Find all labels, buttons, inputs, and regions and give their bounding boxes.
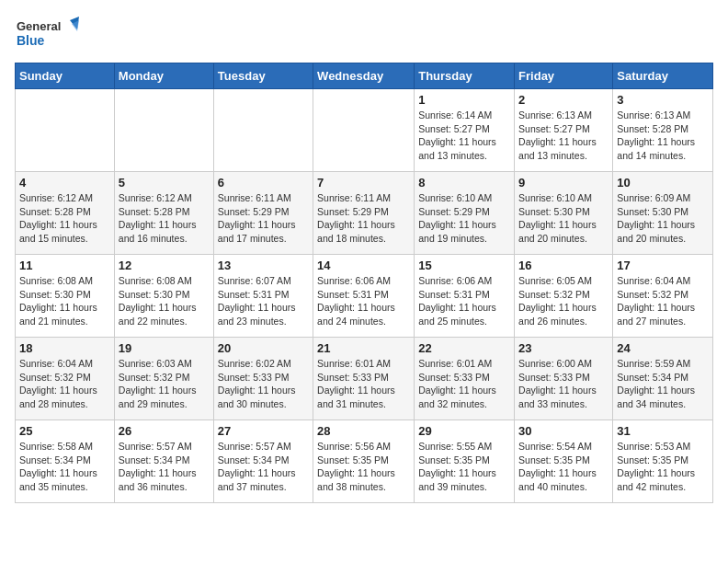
day-info: Sunrise: 6:13 AM Sunset: 5:28 PM Dayligh… <box>617 109 709 163</box>
day-info: Sunrise: 6:01 AM Sunset: 5:33 PM Dayligh… <box>317 357 410 411</box>
calendar-cell: 15Sunrise: 6:06 AM Sunset: 5:31 PM Dayli… <box>415 255 515 338</box>
day-info: Sunrise: 6:02 AM Sunset: 5:33 PM Dayligh… <box>218 357 309 411</box>
calendar-cell <box>114 89 213 172</box>
day-info: Sunrise: 5:57 AM Sunset: 5:34 PM Dayligh… <box>119 440 210 494</box>
calendar-week-row: 1Sunrise: 6:14 AM Sunset: 5:27 PM Daylig… <box>16 89 713 172</box>
calendar-cell: 6Sunrise: 6:11 AM Sunset: 5:29 PM Daylig… <box>213 172 313 255</box>
calendar-cell: 26Sunrise: 5:57 AM Sunset: 5:34 PM Dayli… <box>114 420 213 503</box>
calendar-week-row: 25Sunrise: 5:58 AM Sunset: 5:34 PM Dayli… <box>16 420 713 503</box>
calendar-cell <box>16 89 115 172</box>
day-number: 20 <box>218 341 309 355</box>
svg-text:Blue: Blue <box>17 33 45 48</box>
day-number: 24 <box>617 341 709 355</box>
day-info: Sunrise: 6:01 AM Sunset: 5:33 PM Dayligh… <box>418 357 510 411</box>
day-number: 15 <box>418 259 510 272</box>
day-info: Sunrise: 6:13 AM Sunset: 5:27 PM Dayligh… <box>518 109 609 163</box>
day-info: Sunrise: 5:55 AM Sunset: 5:35 PM Dayligh… <box>418 440 510 494</box>
day-number: 11 <box>19 259 110 272</box>
calendar-cell: 23Sunrise: 6:00 AM Sunset: 5:33 PM Dayli… <box>515 338 613 420</box>
calendar-cell <box>213 89 313 172</box>
day-number: 2 <box>518 93 609 107</box>
day-info: Sunrise: 6:04 AM Sunset: 5:32 PM Dayligh… <box>19 357 110 411</box>
calendar-cell: 9Sunrise: 6:10 AM Sunset: 5:30 PM Daylig… <box>515 172 613 255</box>
calendar-cell: 7Sunrise: 6:11 AM Sunset: 5:29 PM Daylig… <box>313 172 415 255</box>
weekday-header-monday: Monday <box>114 63 213 89</box>
calendar-cell <box>313 89 415 172</box>
day-info: Sunrise: 6:05 AM Sunset: 5:32 PM Dayligh… <box>518 274 609 328</box>
calendar-week-row: 18Sunrise: 6:04 AM Sunset: 5:32 PM Dayli… <box>16 338 713 420</box>
day-info: Sunrise: 6:11 AM Sunset: 5:29 PM Dayligh… <box>317 191 410 246</box>
calendar-cell: 22Sunrise: 6:01 AM Sunset: 5:33 PM Dayli… <box>415 338 515 420</box>
calendar-cell: 20Sunrise: 6:02 AM Sunset: 5:33 PM Dayli… <box>213 338 313 420</box>
day-number: 3 <box>617 93 709 107</box>
day-info: Sunrise: 5:56 AM Sunset: 5:35 PM Dayligh… <box>317 440 410 494</box>
day-info: Sunrise: 6:12 AM Sunset: 5:28 PM Dayligh… <box>19 191 110 246</box>
day-info: Sunrise: 5:58 AM Sunset: 5:34 PM Dayligh… <box>19 440 110 494</box>
calendar-table: SundayMondayTuesdayWednesdayThursdayFrid… <box>15 63 713 503</box>
day-number: 14 <box>317 259 410 272</box>
day-number: 6 <box>218 176 309 190</box>
day-info: Sunrise: 6:08 AM Sunset: 5:30 PM Dayligh… <box>19 274 110 328</box>
day-number: 13 <box>218 259 309 272</box>
day-number: 22 <box>418 341 510 355</box>
day-info: Sunrise: 6:06 AM Sunset: 5:31 PM Dayligh… <box>418 274 510 328</box>
calendar-cell: 30Sunrise: 5:54 AM Sunset: 5:35 PM Dayli… <box>515 420 613 503</box>
weekday-header-sunday: Sunday <box>16 63 115 89</box>
day-info: Sunrise: 6:04 AM Sunset: 5:32 PM Dayligh… <box>617 274 709 328</box>
calendar-cell: 17Sunrise: 6:04 AM Sunset: 5:32 PM Dayli… <box>613 255 713 338</box>
day-number: 19 <box>119 341 210 355</box>
day-number: 30 <box>518 424 609 438</box>
day-info: Sunrise: 6:09 AM Sunset: 5:30 PM Dayligh… <box>617 191 709 246</box>
day-info: Sunrise: 6:06 AM Sunset: 5:31 PM Dayligh… <box>317 274 410 328</box>
day-number: 10 <box>617 176 709 190</box>
calendar-cell: 29Sunrise: 5:55 AM Sunset: 5:35 PM Dayli… <box>415 420 515 503</box>
calendar-cell: 13Sunrise: 6:07 AM Sunset: 5:31 PM Dayli… <box>213 255 313 338</box>
logo-svg: General Blue <box>15 15 79 55</box>
calendar-cell: 28Sunrise: 5:56 AM Sunset: 5:35 PM Dayli… <box>313 420 415 503</box>
logo: General Blue <box>15 15 79 55</box>
day-info: Sunrise: 5:54 AM Sunset: 5:35 PM Dayligh… <box>518 440 609 494</box>
svg-text:General: General <box>17 19 61 33</box>
day-number: 7 <box>317 176 410 190</box>
day-number: 16 <box>518 259 609 272</box>
day-number: 9 <box>518 176 609 190</box>
calendar-cell: 27Sunrise: 5:57 AM Sunset: 5:34 PM Dayli… <box>213 420 313 503</box>
calendar-cell: 24Sunrise: 5:59 AM Sunset: 5:34 PM Dayli… <box>613 338 713 420</box>
day-info: Sunrise: 6:03 AM Sunset: 5:32 PM Dayligh… <box>119 357 210 411</box>
day-number: 5 <box>119 176 210 190</box>
day-number: 21 <box>317 341 410 355</box>
day-info: Sunrise: 6:07 AM Sunset: 5:31 PM Dayligh… <box>218 274 309 328</box>
calendar-cell: 21Sunrise: 6:01 AM Sunset: 5:33 PM Dayli… <box>313 338 415 420</box>
day-number: 31 <box>617 424 709 438</box>
day-info: Sunrise: 6:11 AM Sunset: 5:29 PM Dayligh… <box>218 191 309 246</box>
calendar-cell: 10Sunrise: 6:09 AM Sunset: 5:30 PM Dayli… <box>613 172 713 255</box>
day-number: 25 <box>19 424 110 438</box>
calendar-cell: 25Sunrise: 5:58 AM Sunset: 5:34 PM Dayli… <box>16 420 115 503</box>
calendar-cell: 2Sunrise: 6:13 AM Sunset: 5:27 PM Daylig… <box>515 89 613 172</box>
weekday-header-thursday: Thursday <box>415 63 515 89</box>
day-number: 8 <box>418 176 510 190</box>
day-info: Sunrise: 6:00 AM Sunset: 5:33 PM Dayligh… <box>518 357 609 411</box>
calendar-cell: 14Sunrise: 6:06 AM Sunset: 5:31 PM Dayli… <box>313 255 415 338</box>
day-number: 28 <box>317 424 410 438</box>
weekday-header-wednesday: Wednesday <box>313 63 415 89</box>
calendar-week-row: 11Sunrise: 6:08 AM Sunset: 5:30 PM Dayli… <box>16 255 713 338</box>
day-number: 12 <box>119 259 210 272</box>
day-info: Sunrise: 6:12 AM Sunset: 5:28 PM Dayligh… <box>119 191 210 246</box>
weekday-header-friday: Friday <box>515 63 613 89</box>
day-info: Sunrise: 5:57 AM Sunset: 5:34 PM Dayligh… <box>218 440 309 494</box>
calendar-cell: 16Sunrise: 6:05 AM Sunset: 5:32 PM Dayli… <box>515 255 613 338</box>
calendar-cell: 19Sunrise: 6:03 AM Sunset: 5:32 PM Dayli… <box>114 338 213 420</box>
day-info: Sunrise: 6:10 AM Sunset: 5:29 PM Dayligh… <box>418 191 510 246</box>
day-number: 26 <box>119 424 210 438</box>
calendar-cell: 1Sunrise: 6:14 AM Sunset: 5:27 PM Daylig… <box>415 89 515 172</box>
day-number: 18 <box>19 341 110 355</box>
page-header: General Blue <box>15 15 713 55</box>
day-info: Sunrise: 5:53 AM Sunset: 5:35 PM Dayligh… <box>617 440 709 494</box>
weekday-header-row: SundayMondayTuesdayWednesdayThursdayFrid… <box>16 63 713 89</box>
day-number: 27 <box>218 424 309 438</box>
day-number: 29 <box>418 424 510 438</box>
calendar-cell: 8Sunrise: 6:10 AM Sunset: 5:29 PM Daylig… <box>415 172 515 255</box>
calendar-cell: 11Sunrise: 6:08 AM Sunset: 5:30 PM Dayli… <box>16 255 115 338</box>
day-info: Sunrise: 5:59 AM Sunset: 5:34 PM Dayligh… <box>617 357 709 411</box>
